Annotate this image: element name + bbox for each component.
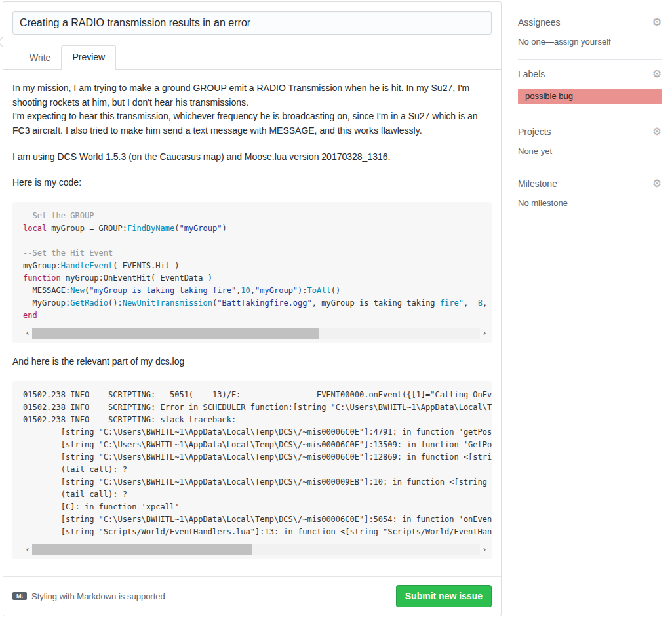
scrollbar-thumb[interactable] — [32, 328, 319, 339]
tab-write[interactable]: Write — [19, 47, 61, 69]
sidebar-section-labels: Labels ⚙ possible bug — [518, 60, 662, 117]
scroll-left-icon[interactable]: ‹ — [23, 328, 32, 339]
scrollbar-track[interactable] — [32, 544, 480, 555]
sidebar-section-assignees: Assignees ⚙ No one—assign yourself — [518, 8, 662, 60]
issue-title-input[interactable] — [12, 11, 492, 35]
new-issue-page: Write Preview In my mission, I am trying… — [0, 0, 672, 619]
gear-icon[interactable]: ⚙ — [652, 18, 662, 27]
comment-caret — [0, 36, 3, 48]
gear-icon[interactable]: ⚙ — [652, 70, 662, 79]
tab-preview[interactable]: Preview — [61, 45, 116, 70]
issue-form-card: Write Preview In my mission, I am trying… — [3, 1, 502, 616]
log-horizontal-scrollbar: ‹ › — [23, 544, 489, 555]
gear-icon[interactable]: ⚙ — [652, 179, 662, 188]
paragraph-line: In my mission, I am trying to make a gro… — [12, 83, 469, 108]
labels-heading[interactable]: Labels — [518, 69, 545, 79]
preview-paragraph-3: Here is my code: — [12, 176, 492, 190]
log-code-block: 01502.238 INFO SCRIPTING: 5051( 13)/E: E… — [12, 381, 492, 559]
write-preview-tabs: Write Preview — [3, 45, 501, 70]
markdown-hint-text: Styling with Markdown is supported — [31, 591, 165, 601]
code-horizontal-scrollbar: ‹ › — [23, 328, 489, 339]
markdown-hint: M↓ Styling with Markdown is supported — [12, 591, 165, 601]
preview-paragraph-2: I am using DCS World 1.5.3 (on the Cauca… — [12, 150, 492, 165]
projects-heading[interactable]: Projects — [518, 127, 551, 137]
scroll-right-icon[interactable]: › — [480, 544, 489, 555]
milestone-heading[interactable]: Milestone — [518, 178, 557, 189]
projects-value: None yet — [518, 146, 662, 156]
scrollbar-track[interactable] — [32, 328, 480, 339]
paragraph-line: I'm expecting to hear this transmission,… — [12, 111, 478, 136]
submit-new-issue-button[interactable]: Submit new issue — [396, 585, 492, 607]
lua-code-lines: --Set the GROUPlocal myGroup = GROUP:Fin… — [23, 210, 492, 322]
discussion-sidebar: Assignees ⚙ No one—assign yourself Label… — [518, 8, 662, 220]
sidebar-section-milestone: Milestone ⚙ No milestone — [518, 169, 662, 220]
markdown-icon: M↓ — [12, 592, 27, 600]
scroll-left-icon[interactable]: ‹ — [23, 544, 32, 555]
scrollbar-thumb[interactable] — [32, 544, 252, 555]
preview-paragraph-4: And here is the relevant part of my dcs.… — [12, 355, 492, 369]
gear-icon[interactable]: ⚙ — [652, 127, 662, 136]
lua-code-block: --Set the GROUPlocal myGroup = GROUP:Fin… — [12, 202, 492, 343]
assignees-heading[interactable]: Assignees — [518, 17, 561, 28]
assignees-value[interactable]: No one—assign yourself — [518, 37, 662, 47]
milestone-value: No milestone — [518, 198, 662, 208]
form-footer: M↓ Styling with Markdown is supported Su… — [3, 576, 501, 616]
sidebar-section-projects: Projects ⚙ None yet — [518, 117, 662, 169]
preview-pane: In my mission, I am trying to make a gro… — [3, 70, 501, 559]
log-code-lines: 01502.238 INFO SCRIPTING: 5051( 13)/E: E… — [23, 389, 492, 538]
scroll-right-icon[interactable]: › — [480, 328, 489, 339]
label-possible-bug[interactable]: possible bug — [518, 89, 662, 104]
preview-paragraph-1: In my mission, I am trying to make a gro… — [12, 81, 492, 138]
